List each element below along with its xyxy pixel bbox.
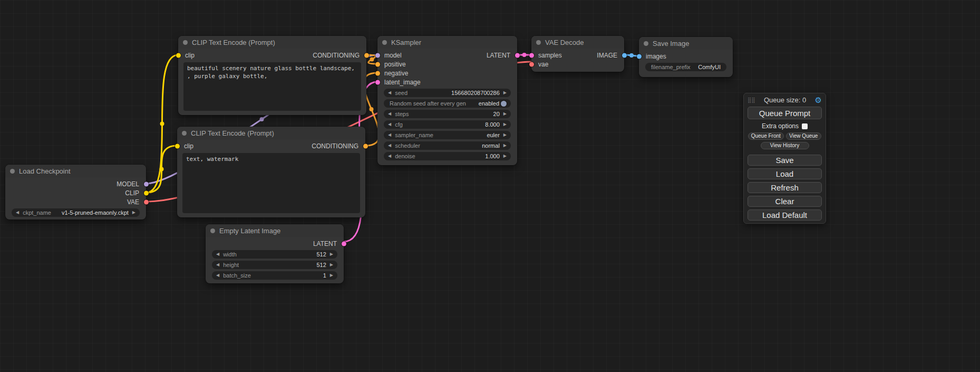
link-midpoint-dot[interactable] <box>160 122 164 126</box>
random-seed-toggle-widget[interactable]: Random seed after every gen enabled <box>384 99 511 108</box>
increment-arrow-icon[interactable]: ▶ <box>503 91 507 95</box>
cfg-widget[interactable]: ◀ cfg 8.000 ▶ <box>384 120 511 129</box>
filename-prefix-widget[interactable]: filename_prefix ComfyUI <box>645 63 726 71</box>
decrement-arrow-icon[interactable]: ◀ <box>216 273 219 278</box>
drag-handle-icon[interactable]: ⣿⣿ <box>748 97 755 103</box>
widget-label: filename_prefix <box>651 64 691 70</box>
increment-arrow-icon[interactable]: ▶ <box>503 144 507 148</box>
image-output-slot[interactable] <box>622 53 627 58</box>
decrement-arrow-icon[interactable]: ◀ <box>216 252 219 256</box>
widget-value: 512 <box>316 251 326 257</box>
decrement-arrow-icon[interactable]: ◀ <box>388 154 391 158</box>
vae-input-slot[interactable] <box>529 62 534 66</box>
width-widget[interactable]: ◀ width 512 ▶ <box>212 250 337 259</box>
decrement-arrow-icon[interactable]: ◀ <box>388 122 391 127</box>
decrement-arrow-icon[interactable]: ◀ <box>388 91 391 95</box>
widget-value: normal <box>482 142 500 149</box>
node-clip-text-encode-negative[interactable]: CLIP Text Encode (Prompt) clip CONDITION… <box>177 127 365 217</box>
queue-small-buttons-row: Queue Front View Queue <box>748 132 821 140</box>
load-default-button[interactable]: Load Default <box>748 209 822 221</box>
node-ksampler[interactable]: KSampler model LATENT positive negative … <box>377 36 517 165</box>
samples-input-slot[interactable] <box>529 53 534 58</box>
link-midpoint-dot[interactable] <box>260 117 264 121</box>
positive-prompt-textarea[interactable]: beautiful scenery nature glass bottle la… <box>183 62 361 111</box>
latent-output-slot[interactable] <box>515 53 520 58</box>
node-load-checkpoint[interactable]: Load Checkpoint MODEL CLIP VAE ◀ ckpt_na… <box>5 165 146 220</box>
link-midpoint-dot[interactable] <box>629 53 634 58</box>
positive-input-slot[interactable] <box>375 62 380 66</box>
vae-output-slot[interactable] <box>144 199 149 204</box>
slot-row: VAE <box>5 197 146 206</box>
save-button[interactable]: Save <box>748 155 822 166</box>
slot-row: clip CONDITIONING <box>178 51 366 60</box>
batch-size-widget[interactable]: ◀ batch_size 1 ▶ <box>212 271 337 280</box>
increment-arrow-icon[interactable]: ▶ <box>330 263 333 267</box>
increment-arrow-icon[interactable]: ▶ <box>330 273 333 278</box>
decrement-arrow-icon[interactable]: ◀ <box>388 133 391 137</box>
model-output-slot[interactable] <box>144 182 149 186</box>
node-vae-decode[interactable]: VAE Decode samples IMAGE vae <box>531 36 624 72</box>
gear-icon[interactable]: ⚙ <box>815 96 822 104</box>
increment-arrow-icon[interactable]: ▶ <box>503 122 507 127</box>
latent-image-input-slot[interactable] <box>375 80 380 84</box>
queue-prompt-button[interactable]: Queue Prompt <box>748 107 822 119</box>
view-queue-button[interactable]: View Queue <box>786 132 822 140</box>
conditioning-output-slot[interactable] <box>363 144 368 148</box>
increment-arrow-icon[interactable]: ▶ <box>503 112 507 116</box>
model-input-slot[interactable] <box>375 53 380 58</box>
clip-output-slot[interactable] <box>144 190 149 195</box>
node-header[interactable]: Empty Latent Image <box>206 224 344 237</box>
denoise-widget[interactable]: ◀ denoise 1.000 ▶ <box>384 152 511 160</box>
seed-widget[interactable]: ◀ seed 156680208700286 ▶ <box>384 89 511 97</box>
node-empty-latent-image[interactable]: Empty Latent Image LATENT ◀ width 512 ▶ … <box>206 224 344 283</box>
collapse-dot[interactable] <box>10 169 15 174</box>
node-clip-text-encode-positive[interactable]: CLIP Text Encode (Prompt) clip CONDITION… <box>178 36 366 115</box>
clip-input-slot[interactable] <box>175 144 180 148</box>
increment-arrow-icon[interactable]: ▶ <box>503 133 507 137</box>
ckpt-name-widget[interactable]: ◀ ckpt_name v1-5-pruned-emaonly.ckpt ▶ <box>12 208 140 217</box>
increment-arrow-icon[interactable]: ▶ <box>132 211 135 215</box>
conditioning-output-slot[interactable] <box>364 53 369 58</box>
node-header[interactable]: Load Checkpoint <box>5 165 146 177</box>
clip-input-slot[interactable] <box>176 53 181 58</box>
sampler-name-widget[interactable]: ◀ sampler_name euler ▶ <box>384 131 511 139</box>
node-header[interactable]: KSampler <box>377 36 517 49</box>
widget-label: sampler_name <box>395 132 433 138</box>
increment-arrow-icon[interactable]: ▶ <box>503 154 507 158</box>
negative-input-slot[interactable] <box>375 71 380 75</box>
load-button[interactable]: Load <box>748 168 822 179</box>
collapse-dot[interactable] <box>182 131 187 136</box>
collapse-dot[interactable] <box>536 40 541 45</box>
clear-button[interactable]: Clear <box>748 196 822 207</box>
node-header[interactable]: Save Image <box>639 37 733 50</box>
collapse-dot[interactable] <box>183 40 188 45</box>
scheduler-widget[interactable]: ◀ scheduler normal ▶ <box>384 141 511 150</box>
link-midpoint-dot[interactable] <box>370 58 374 62</box>
link-midpoint-dot[interactable] <box>160 167 164 171</box>
link-midpoint-dot[interactable] <box>522 53 527 57</box>
negative-prompt-textarea[interactable]: text, watermark <box>182 153 360 213</box>
decrement-arrow-icon[interactable]: ◀ <box>216 263 219 267</box>
collapse-dot[interactable] <box>382 40 387 45</box>
node-header[interactable]: CLIP Text Encode (Prompt) <box>177 127 365 139</box>
height-widget[interactable]: ◀ height 512 ▶ <box>212 261 337 269</box>
decrement-arrow-icon[interactable]: ◀ <box>16 211 19 215</box>
queue-front-button[interactable]: Queue Front <box>748 132 784 140</box>
images-input-slot[interactable] <box>637 54 642 59</box>
node-save-image[interactable]: Save Image images filename_prefix ComfyU… <box>639 37 733 77</box>
latent-output-slot[interactable] <box>342 241 346 246</box>
extra-options-checkbox[interactable] <box>802 123 808 129</box>
collapse-dot[interactable] <box>644 41 648 46</box>
node-header[interactable]: CLIP Text Encode (Prompt) <box>178 36 366 49</box>
decrement-arrow-icon[interactable]: ◀ <box>388 112 391 116</box>
increment-arrow-icon[interactable]: ▶ <box>330 252 333 256</box>
slot-row: images <box>639 52 733 61</box>
link-midpoint-dot[interactable] <box>370 107 374 111</box>
collapse-dot[interactable] <box>210 228 215 233</box>
node-header[interactable]: VAE Decode <box>531 36 624 49</box>
refresh-button[interactable]: Refresh <box>748 182 822 193</box>
toggle-knob[interactable] <box>501 101 507 107</box>
view-history-button[interactable]: View History <box>761 142 809 149</box>
decrement-arrow-icon[interactable]: ◀ <box>388 144 391 148</box>
steps-widget[interactable]: ◀ steps 20 ▶ <box>384 110 511 118</box>
